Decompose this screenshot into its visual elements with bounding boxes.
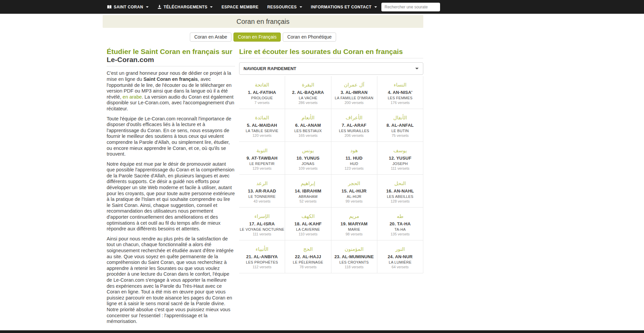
sourate-title: 5. AL-MAIDAH (239, 123, 285, 128)
sourate-card-8[interactable]: الأنفال 8. AL-ANFAL LE BUTIN 75 versets (377, 109, 423, 142)
sourate-card-13[interactable]: الرعد 13. AR-RAAD LE TONNERRE 43 versets (239, 175, 285, 208)
sourate-verse-count: 286 versets (285, 101, 331, 105)
sourate-french-name: PROLOGUE (239, 96, 285, 100)
sourate-french-name: LES MURAILLES (331, 129, 377, 133)
link-en-arabe[interactable]: en arabe (123, 94, 142, 100)
nav-item-ressources[interactable]: RESSOURCES (263, 0, 307, 14)
sourate-arabic-name: المائدة (239, 115, 285, 120)
toggle-coran-en-francais[interactable]: Coran en Français (233, 33, 281, 42)
toggle-coran-en-phonetique[interactable]: Coran en Phonétique (283, 33, 336, 42)
sourate-title: 4. AN-NISA' (377, 90, 423, 95)
sourate-card-4[interactable]: النساء 4. AN-NISA' LES FEMMES 176 verset… (377, 76, 423, 109)
nav-item-telechargements[interactable]: TÉLÉCHARGEMENTS (153, 0, 217, 14)
sourate-verse-count: 118 versets (331, 265, 377, 269)
sourate-verse-count: 176 versets (377, 101, 423, 105)
sourate-title: 12. YUSUF (377, 156, 423, 161)
sourate-french-name: AL-HIJR (331, 195, 377, 199)
sourates-section: Lire et écouter les sourates du Coran en… (239, 48, 423, 273)
sourate-arabic-name: هود (331, 148, 377, 153)
sourate-arabic-name: طه (377, 214, 423, 219)
sourate-verse-count: 98 versets (331, 232, 377, 236)
sourate-title: 7. AL-ARAF (331, 123, 377, 128)
intro-title-dark: Le-Coran.com (107, 56, 154, 63)
sourate-card-18[interactable]: الكهف 18. AL-KAHF LA CAVERNE 110 versets (285, 208, 331, 240)
sourate-card-15[interactable]: الحجر 15. AL-HIJR AL-HIJR 99 versets (331, 175, 377, 208)
sourate-arabic-name: الكهف (285, 214, 331, 219)
sourate-verse-count: 111 versets (377, 166, 423, 170)
nav-item-espace-membre[interactable]: ESPACE MEMBRE (217, 0, 263, 14)
sourate-verse-count: 99 versets (331, 199, 377, 203)
intro-title: Étudier le Saint Coran en français sur L… (107, 48, 235, 64)
sourate-arabic-name: الأنبياء (239, 247, 285, 252)
sourates-title: Lire et écouter les sourates du Coran en… (239, 48, 423, 56)
sourate-title: 6. AL-ANAM (285, 123, 331, 128)
sourate-card-9[interactable]: التوبة 9. AT-TAWBAH LE REPENTIR 129 vers… (239, 142, 285, 175)
quick-nav-select[interactable]: NAVIGUER RAPIDEMENT (239, 62, 423, 75)
sourate-title: 15. AL-HIJR (331, 188, 377, 193)
sourate-card-20[interactable]: طه 20. TA-HA TA-HA 135 versets (377, 208, 423, 240)
sourate-verse-count: 43 versets (239, 199, 285, 203)
sourate-title: 9. AT-TAWBAH (239, 156, 285, 161)
caret-down-icon (300, 6, 302, 8)
sourate-french-name: LES CROYANTS (331, 260, 377, 264)
sourate-verse-count: 135 versets (377, 232, 423, 236)
sourate-card-10[interactable]: يونس 10. YUNUS JONAS 109 versets (285, 142, 331, 175)
sourate-verse-count: 64 versets (377, 265, 423, 269)
intro-paragraph: Ainsi pour nous rendre au plus près de l… (107, 236, 235, 325)
sourate-title: 11. HUD (331, 156, 377, 161)
sourate-card-19[interactable]: مريم 19. MARYAM MARIE 98 versets (331, 208, 377, 240)
sourate-card-22[interactable]: الحج 22. AL-HAJJ LE PÈLERINAGE 78 verset… (285, 240, 331, 273)
sourate-arabic-name: النحل (377, 181, 423, 186)
caret-down-icon (210, 6, 213, 8)
sourate-french-name: LES BESTIAUX (285, 129, 331, 133)
sourate-french-name: LE PÈLERINAGE (285, 260, 331, 264)
sourate-card-6[interactable]: الأنعام 6. AL-ANAM LES BESTIAUX 165 vers… (285, 109, 331, 142)
sourate-arabic-name: إبراهيم (285, 181, 331, 186)
sourate-arabic-name: الأنعام (285, 115, 331, 120)
caret-down-icon (374, 6, 377, 8)
sourate-verse-count: 109 versets (285, 166, 331, 170)
sourate-french-name: LE TONNERRE (239, 195, 285, 199)
nav-item-label: SAINT CORAN (114, 5, 143, 9)
nav-item-saint-coran[interactable]: SAINT CORAN (103, 0, 153, 14)
sourate-french-name: JOSEPH (377, 162, 423, 166)
sourate-card-11[interactable]: هود 11. HUD HUD 123 versets (331, 142, 377, 175)
sourate-card-24[interactable]: النور 24. AN-NUR LA LUMIÈRE 64 versets (377, 240, 423, 273)
sourate-card-2[interactable]: البقرة 2. AL-BAQARA LA VACHE 286 versets (285, 76, 331, 109)
sourate-arabic-name: التوبة (239, 148, 285, 153)
sourate-card-3[interactable]: آل عمران 3. AL-IMRAN LA FAMILLE D'IMRAN … (331, 76, 377, 109)
sourate-french-name: LE REPENTIR (239, 162, 285, 166)
sourate-french-name: LE VOYAGE NOCTURNE (239, 227, 285, 231)
nav-item-informations-et-contact[interactable]: INFORMATIONS ET CONTACT (307, 0, 381, 14)
sourate-title: 2. AL-BAQARA (285, 90, 331, 95)
quick-nav: NAVIGUER RAPIDEMENT (239, 62, 423, 75)
sourate-card-14[interactable]: إبراهيم 14. IBRAHIM ABRAHAM 52 versets (285, 175, 331, 208)
sourate-arabic-name: الأنفال (377, 115, 423, 120)
sourate-arabic-name: الإسراء (239, 214, 285, 219)
nav-item-label: TÉLÉCHARGEMENTS (164, 5, 208, 9)
sourate-french-name: LA LUMIÈRE (377, 260, 423, 264)
sourate-card-5[interactable]: المائدة 5. AL-MAIDAH LA TABLE SERVIE 120… (239, 109, 285, 142)
sourate-card-12[interactable]: يوسف 12. YUSUF JOSEPH 111 versets (377, 142, 423, 175)
sourate-card-21[interactable]: الأنبياء 21. AL-ANBIYA LES PROPHÈTES 112… (239, 240, 285, 273)
nav-item-label: INFORMATIONS ET CONTACT (311, 5, 372, 9)
sourate-title: 23. AL-MUMINUNE (331, 254, 377, 259)
sourate-title: 24. AN-NUR (377, 254, 423, 259)
sourate-title: 20. TA-HA (377, 221, 423, 226)
sourate-card-23[interactable]: المؤمنون 23. AL-MUMINUNE LES CROYANTS 11… (331, 240, 377, 273)
sourate-card-17[interactable]: الإسراء 17. AL-ISRA LE VOYAGE NOCTURNE 1… (239, 208, 285, 240)
sourate-arabic-name: يوسف (377, 148, 423, 153)
sourate-verse-count: 206 versets (331, 133, 377, 137)
search-input[interactable] (381, 3, 440, 11)
sourate-french-name: HUD (331, 162, 377, 166)
sourate-french-name: MARIE (331, 227, 377, 231)
sourate-arabic-name: البقرة (285, 82, 331, 88)
toggle-coran-en-arabe[interactable]: Coran en Arabe (190, 33, 231, 42)
sourate-card-7[interactable]: الأعراف 7. AL-ARAF LES MURAILLES 206 ver… (331, 109, 377, 142)
sourate-french-name: LA CAVERNE (285, 227, 331, 231)
sourate-title: 13. AR-RAAD (239, 188, 285, 193)
sourate-card-1[interactable]: الفاتحة 1. AL-FATIHA PROLOGUE 7 versets (239, 76, 285, 109)
sourate-arabic-name: النساء (377, 82, 423, 88)
sourate-card-16[interactable]: النحل 16. AN-NAHL LES ABEILLES 128 verse… (377, 175, 423, 208)
sourates-grid: الفاتحة 1. AL-FATIHA PROLOGUE 7 versets … (239, 76, 423, 273)
